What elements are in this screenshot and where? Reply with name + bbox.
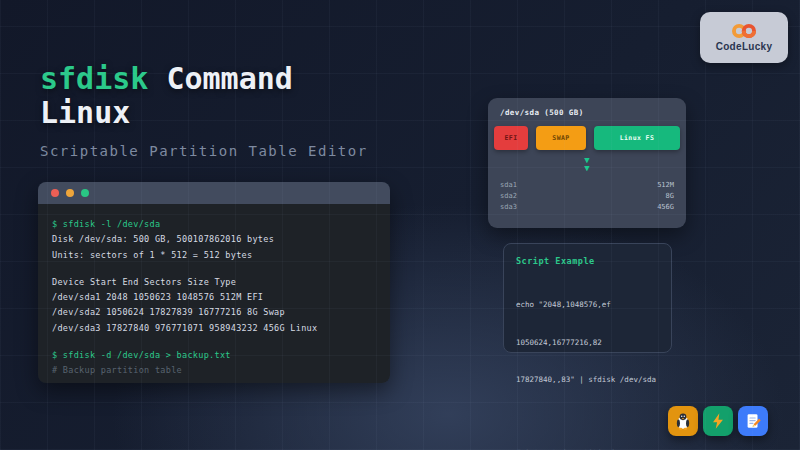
partition-size-row: sda3 456G <box>494 202 680 213</box>
terminal-window: $ sfdisk -l /dev/sda Disk /dev/sda: 500 … <box>38 182 390 383</box>
maximize-dot-icon[interactable] <box>81 189 89 197</box>
disk-diagram-card: /dev/sda (500 GB) EFI SWAP Linux FS ▼ ▼ … <box>488 98 686 228</box>
terminal-output-line: /dev/sda2 1050624 17827839 16777216 8G S… <box>52 305 376 320</box>
partition-name: sda1 <box>500 180 517 191</box>
terminal-output-line: /dev/sda3 17827840 976771071 958943232 4… <box>52 321 376 336</box>
script-comment-line: # Automated partitioning <box>516 447 659 450</box>
terminal-output-line: /dev/sda1 2048 1050623 1048576 512M EFI <box>52 290 376 305</box>
poster-canvas: CodeLucky sfdisk Command Linux Scriptabl… <box>0 0 800 450</box>
linux-penguin-button[interactable] <box>668 406 698 436</box>
terminal-command-line: $ sfdisk -d /dev/sda > backup.txt <box>52 348 376 363</box>
script-code-block: echo "2048,1048576,ef 1050624,16777216,8… <box>516 274 659 412</box>
partition-block-linux: Linux FS <box>594 126 680 150</box>
down-arrows-icon: ▼ ▼ <box>494 156 680 172</box>
terminal-titlebar <box>38 182 390 204</box>
terminal-output: $ sfdisk -l /dev/sda Disk /dev/sda: 500 … <box>38 204 390 383</box>
partition-size-row: sda1 512M <box>494 180 680 191</box>
script-code-line: echo "2048,1048576,ef <box>516 299 659 312</box>
terminal-output-line: Units: sectors of 1 * 512 = 512 bytes <box>52 248 376 263</box>
partition-size: 512M <box>657 180 674 191</box>
page-subtitle: Scriptable Partition Table Editor <box>40 143 368 159</box>
partition-name: sda2 <box>500 191 517 202</box>
script-comment-block: # Automated partitioning # EFI + Swap + … <box>516 422 659 450</box>
title-line-1: sfdisk Command <box>40 62 293 96</box>
title-word: Command <box>166 61 292 96</box>
document-edit-button[interactable] <box>738 406 768 436</box>
terminal-comment-line: # Backup partition table <box>52 363 376 378</box>
brand-card: CodeLucky <box>700 12 788 63</box>
partition-size-list: sda1 512M sda2 8G sda3 456G <box>494 180 680 213</box>
script-code-line: 17827840,,83" | sfdisk /dev/sda <box>516 374 659 387</box>
partition-size: 8G <box>666 191 674 202</box>
terminal-output-line: Device Start End Sectors Size Type <box>52 275 376 290</box>
title-line-2: Linux <box>40 96 293 130</box>
lightning-icon <box>709 412 727 430</box>
partition-block-efi: EFI <box>494 126 528 150</box>
partition-name: sda3 <box>500 202 517 213</box>
script-code-line: 1050624,16777216,82 <box>516 337 659 350</box>
page-title: sfdisk Command Linux <box>40 62 293 130</box>
script-example-card: Script Example echo "2048,1048576,ef 105… <box>503 243 672 353</box>
close-dot-icon[interactable] <box>51 189 59 197</box>
lightning-button[interactable] <box>703 406 733 436</box>
title-keyword: sfdisk <box>40 61 148 96</box>
script-example-title: Script Example <box>516 256 659 266</box>
minimize-dot-icon[interactable] <box>66 189 74 197</box>
disk-title: /dev/sda (500 GB) <box>494 108 680 117</box>
document-pencil-icon <box>744 412 762 430</box>
terminal-output-line: Disk /dev/sda: 500 GB, 500107862016 byte… <box>52 232 376 247</box>
partition-block-swap: SWAP <box>536 126 586 150</box>
penguin-icon <box>674 412 692 430</box>
partition-size: 456G <box>657 202 674 213</box>
partition-bar: EFI SWAP Linux FS <box>494 126 680 150</box>
partition-size-row: sda2 8G <box>494 191 680 202</box>
brand-name: CodeLucky <box>716 41 773 52</box>
terminal-command-line: $ sfdisk -l /dev/sda <box>52 217 376 232</box>
infinity-logo-icon <box>728 23 760 39</box>
